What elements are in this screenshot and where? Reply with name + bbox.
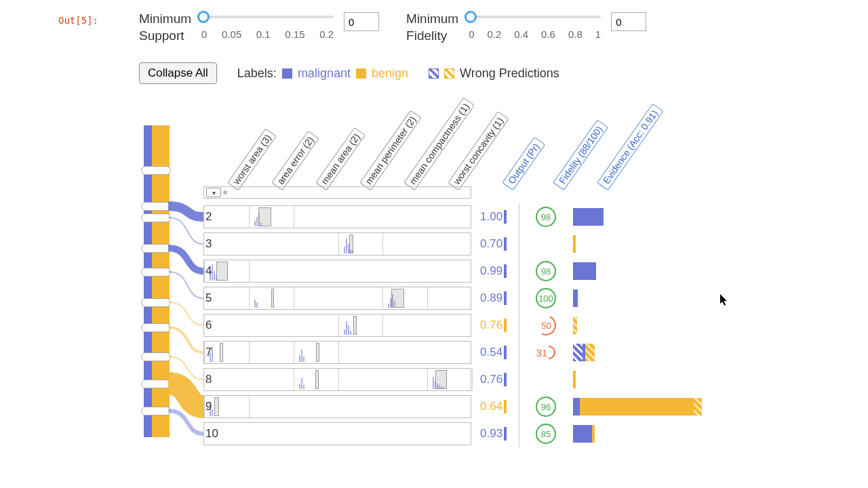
feature-strip[interactable] xyxy=(203,260,471,283)
flow-anchor[interactable] xyxy=(141,214,171,222)
selection-range[interactable] xyxy=(258,207,271,226)
tick-label: 0 xyxy=(469,28,474,40)
histogram xyxy=(210,397,243,416)
benign-label: benign xyxy=(372,66,408,81)
rule-id: 9 xyxy=(205,400,212,413)
feature-header[interactable]: area error (2) xyxy=(273,131,318,190)
selection-range[interactable] xyxy=(391,289,404,308)
tick-label: 0.8 xyxy=(568,28,583,40)
output-value: 0.89 xyxy=(480,291,507,305)
selection-range[interactable] xyxy=(349,235,353,253)
fidelity-indicator: 98 xyxy=(532,205,559,228)
feature-header[interactable]: worst area (3) xyxy=(229,129,276,190)
tick-label: 0.2 xyxy=(487,28,501,40)
fidelity-indicator: 50 xyxy=(532,314,559,337)
flow-anchor[interactable] xyxy=(141,380,171,388)
histogram xyxy=(433,370,467,389)
tick-label: 0 xyxy=(201,28,207,40)
rule-row[interactable]: 100.9385 xyxy=(203,420,719,447)
rule-id: 2 xyxy=(205,210,212,224)
wrong-benign-swatch xyxy=(444,68,454,79)
selection-range[interactable] xyxy=(216,262,228,281)
evidence-header[interactable]: Evidence (Acc: 0.91) xyxy=(598,104,663,190)
malignant-label: malignant xyxy=(298,66,351,81)
feature-strip[interactable] xyxy=(203,287,471,310)
rule-row[interactable]: 60.7650 xyxy=(203,312,719,339)
rule-row[interactable]: 80.76 xyxy=(203,366,719,393)
wrong-predictions-legend: Wrong Predictions xyxy=(429,66,559,81)
cell-output-label: Out[5]: xyxy=(0,15,98,26)
flow-anchor[interactable] xyxy=(141,202,171,211)
rules-table: 21.009830.7040.999850.8910060.765070.543… xyxy=(203,203,719,447)
selection-range[interactable] xyxy=(271,289,274,308)
rule-row[interactable]: 50.89100 xyxy=(203,285,719,312)
tick-label: 0.2 xyxy=(319,28,334,40)
flow-anchor[interactable] xyxy=(141,268,171,277)
fidelity-indicator: 85 xyxy=(532,422,559,445)
rule-id: 10 xyxy=(205,427,218,441)
feature-strip[interactable] xyxy=(203,341,471,364)
flow-anchor[interactable] xyxy=(141,407,171,415)
feature-strip[interactable] xyxy=(203,422,471,445)
evidence-bar xyxy=(573,371,576,388)
min-support-control: Minimum Support 00.050.10.150.2 xyxy=(139,11,379,44)
rule-id: 5 xyxy=(205,291,212,305)
chevron-down-icon[interactable]: ▾ xyxy=(206,188,221,197)
selection-range[interactable] xyxy=(315,370,319,389)
min-support-slider[interactable] xyxy=(201,12,334,22)
fidelity-indicator: 98 xyxy=(532,260,559,283)
controls-row: Minimum Support 00.050.10.150.2 Minimum … xyxy=(139,11,841,44)
filter-toggle-row[interactable]: ▾ xyxy=(203,186,471,199)
collapse-all-button[interactable]: Collapse All xyxy=(139,62,217,84)
feature-strip[interactable] xyxy=(203,232,471,256)
tick-label: 0.05 xyxy=(222,28,241,40)
feature-strip[interactable] xyxy=(203,205,471,228)
rule-row[interactable]: 90.6496 xyxy=(203,393,719,420)
flow-anchor[interactable] xyxy=(141,298,171,307)
selection-range[interactable] xyxy=(353,316,357,335)
rule-row[interactable]: 30.70 xyxy=(203,230,719,258)
flow-anchor[interactable] xyxy=(141,352,171,361)
feature-header[interactable]: mean area (2) xyxy=(317,128,364,190)
histogram xyxy=(210,343,243,362)
evidence-bar xyxy=(573,344,595,361)
output-value: 1.00 xyxy=(480,210,507,224)
rule-row[interactable]: 40.9998 xyxy=(203,258,719,285)
wrong-predictions-label: Wrong Predictions xyxy=(460,66,559,81)
histogram xyxy=(344,316,378,335)
selection-range[interactable] xyxy=(316,343,319,362)
rule-row[interactable]: 21.0098 xyxy=(203,203,719,230)
histogram xyxy=(388,289,422,308)
fidelity-indicator: 100 xyxy=(532,287,559,310)
rule-id: 3 xyxy=(205,237,212,251)
output-value: 0.76 xyxy=(480,373,507,386)
min-fidelity-slider[interactable] xyxy=(469,12,601,22)
flow-anchor[interactable] xyxy=(141,323,171,332)
toolbar: Collapse All Labels: malignant benign Wr… xyxy=(139,62,559,84)
selection-range[interactable] xyxy=(214,397,218,416)
histogram xyxy=(344,235,378,253)
feature-strip[interactable] xyxy=(203,368,471,391)
rule-id: 6 xyxy=(205,319,212,332)
selection-range[interactable] xyxy=(435,370,447,389)
rule-id: 7 xyxy=(205,346,212,359)
flow-anchor[interactable] xyxy=(141,244,171,253)
feature-strip[interactable] xyxy=(203,395,471,418)
evidence-bar xyxy=(573,317,577,334)
feature-strip[interactable] xyxy=(203,314,471,337)
evidence-bar xyxy=(573,289,578,307)
flow-column xyxy=(144,125,171,451)
fidelity-indicator xyxy=(532,368,559,391)
selection-range[interactable] xyxy=(220,343,223,362)
output-header[interactable]: Output (Pr) xyxy=(503,138,545,190)
flow-anchor[interactable] xyxy=(141,166,171,175)
min-fidelity-input[interactable] xyxy=(611,12,646,31)
rule-row[interactable]: 70.5431 xyxy=(203,339,719,366)
histogram xyxy=(254,289,288,308)
evidence-bar xyxy=(573,262,596,280)
evidence-bar xyxy=(573,398,702,415)
tick-label: 0.4 xyxy=(514,28,528,40)
column-headers: worst area (3)area error (2)mean area (2… xyxy=(203,88,719,190)
min-support-input[interactable] xyxy=(344,12,379,31)
min-fidelity-label: Minimum Fidelity xyxy=(406,11,458,44)
